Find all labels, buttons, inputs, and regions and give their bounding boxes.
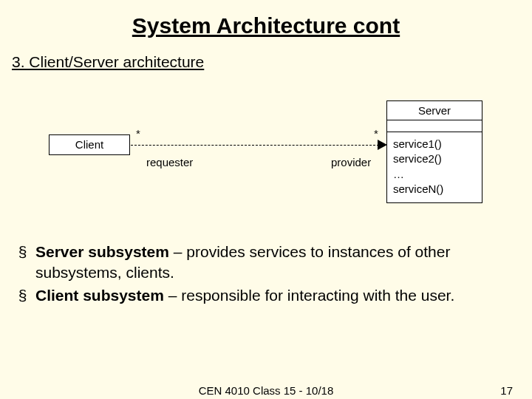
server-op-n: serviceN() — [393, 182, 476, 197]
footer-page-number: 17 — [500, 384, 513, 397]
bullet-server: Server subsystem – provides services to … — [35, 242, 510, 282]
bullet-list: Server subsystem – provides services to … — [0, 242, 532, 306]
server-op-dots: … — [393, 167, 476, 182]
multiplicity-left: * — [136, 127, 140, 140]
footer-course: CEN 4010 Class 15 - 10/18 — [0, 384, 532, 397]
bullet-server-bold: Server subsystem — [35, 243, 169, 260]
dependency-arrowhead-icon — [378, 140, 387, 150]
uml-diagram: Client Server service1() service2() … se… — [0, 71, 532, 226]
role-requester: requester — [146, 156, 193, 168]
server-class-title: Server — [387, 101, 482, 120]
bullet-client-text: – responsible for interacting with the u… — [164, 287, 454, 304]
section-heading: 3. Client/Server architecture — [0, 38, 532, 71]
multiplicity-right: * — [374, 127, 378, 140]
server-attributes-compartment — [387, 120, 482, 132]
client-class-box: Client — [49, 134, 130, 155]
bullet-client-bold: Client subsystem — [35, 287, 164, 304]
server-class-box: Server service1() service2() … serviceN(… — [386, 100, 482, 203]
server-op-1: service1() — [393, 137, 476, 151]
role-provider: provider — [331, 156, 371, 168]
server-operations-compartment: service1() service2() … serviceN() — [387, 132, 482, 202]
bullet-client: Client subsystem – responsible for inter… — [35, 285, 510, 306]
slide-title: System Architecture cont — [0, 0, 532, 38]
dependency-line — [131, 145, 379, 146]
server-op-2: service2() — [393, 151, 476, 166]
